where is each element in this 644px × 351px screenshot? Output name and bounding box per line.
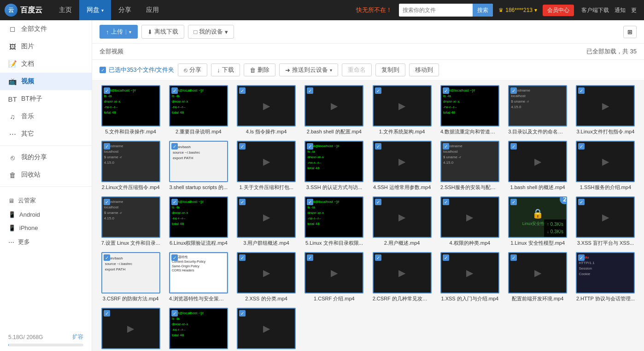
file-item[interactable]: ✓▶3.用户群组概述.mp4 [235, 196, 298, 247]
nav-apps[interactable]: 应用 [139, 0, 166, 20]
file-item[interactable]: ✓[root@localhost ~]#ls -ladrwxr-xr-x-rw-… [167, 85, 229, 135]
expand-storage-btn[interactable]: 扩容 [72, 333, 83, 341]
file-checkbox[interactable]: ✓ [375, 87, 381, 94]
file-item[interactable]: ✓▶2.CSRF 的几种常见攻击... [371, 252, 433, 302]
sidebar-item-docs[interactable]: 📝 文档 [0, 55, 92, 73]
file-item[interactable]: ✓[root@localhost ~]#ls -ladrwxr-xr-x-rw-… [167, 308, 229, 351]
file-checkbox[interactable]: ✓ [443, 87, 449, 94]
sidebar-item-bt[interactable]: BT BT种子 [0, 90, 92, 108]
file-item[interactable]: ✓$ hostnamelocalhost$ uname -r4.15.07.设置… [100, 196, 162, 247]
file-checkbox[interactable]: ✓ [443, 143, 449, 150]
file-item[interactable]: ✓#!/bin/bashsource ~/.bashrcexport PATH3… [100, 252, 162, 302]
file-item[interactable]: ✓▶视频3 [235, 308, 298, 351]
file-checkbox[interactable]: ✓ [104, 143, 110, 150]
file-checkbox[interactable]: ✓ [375, 254, 381, 261]
sidebar-item-trash[interactable]: 🗑 回收站 [0, 166, 92, 184]
nav-home[interactable]: 主页 [52, 0, 79, 20]
file-item[interactable]: ✓▶视频1 [100, 308, 162, 351]
download-action-btn[interactable]: ↓ 下载 [211, 63, 240, 76]
file-item[interactable]: ✓$ hostnamelocalhost$ uname -r4.15.02.SS… [439, 141, 501, 191]
nav-pan[interactable]: 网盘 ▾ [79, 0, 111, 20]
file-checkbox[interactable]: ✓ [443, 254, 449, 261]
move-action-btn[interactable]: 移动到 [409, 63, 439, 76]
file-checkbox[interactable]: ✓ [307, 199, 313, 205]
file-checkbox[interactable]: ✓ [104, 254, 110, 261]
file-item[interactable]: ✓▶3.XSS 盲打平台与 XSS... [574, 196, 637, 247]
file-item[interactable]: ✓[root@localhost ~]#ls -ladrwxr-xr-x-rw-… [303, 196, 365, 247]
logo[interactable]: 云 百度云 [5, 4, 42, 17]
rename-action-btn[interactable]: 重命名 [342, 63, 372, 76]
file-item[interactable]: ✓[root@localhost ~]#ls -ladrwxr-xr-x-rw-… [167, 196, 229, 247]
sidebar-item-all-files[interactable]: ◻ 全部文件 [0, 20, 92, 38]
file-checkbox[interactable]: ✓ [239, 199, 246, 205]
sidebar-item-videos[interactable]: 📺 视频 [0, 73, 92, 90]
vip-button[interactable]: 会员中心 [543, 5, 574, 16]
share-action-btn[interactable]: ⎋ 分享 [178, 63, 207, 76]
file-item[interactable]: ✓BaiduHTTP/1.1SessionCookie2.HTTP 协议与会话管… [574, 252, 637, 302]
file-item[interactable]: ✓▶1.XSS 的入门与介绍.mp4 [439, 252, 501, 302]
copy-action-btn[interactable]: 复制到 [375, 63, 405, 76]
file-item[interactable]: ✓🔒Linux安全性模型↑ 0.3K/s↓ 0.3K/s21.Linux 安全性… [507, 196, 569, 247]
file-checkbox[interactable]: ✓ [307, 254, 313, 261]
device-cloud-manager[interactable]: 🖥 云管家 [8, 193, 83, 208]
file-checkbox[interactable]: ✓ [171, 199, 178, 205]
file-item[interactable]: ✓▶2.bash shell 的配置.mp4 [303, 85, 365, 135]
device-more[interactable]: ⋯ 更多 [8, 235, 83, 249]
file-item[interactable]: ✓▶4.ls 指令操作.mp4 [235, 85, 298, 135]
file-item[interactable]: ✓▶4.SSH 运维常用参数.mp4 [371, 141, 433, 191]
sidebar-item-other[interactable]: ⋯ 其它 [0, 125, 92, 143]
file-item[interactable]: ✓[root@localhost ~]#ls -ladrwxr-xr-x-rw-… [439, 85, 501, 135]
file-item[interactable]: ✓▶1.文件系统架构.mp4 [371, 85, 433, 135]
select-all-checkbox[interactable]: ✓ 已选中353个文件/文件夹 [100, 66, 174, 74]
file-checkbox[interactable]: ✓ [578, 143, 585, 150]
file-checkbox[interactable]: ✓ [578, 254, 585, 261]
more-link[interactable]: 更 [631, 6, 637, 14]
file-checkbox[interactable]: ✓ [375, 143, 381, 150]
file-item[interactable]: ✓#!/bin/bashsource ~/.bashrcexport PATH3… [167, 141, 229, 191]
delete-action-btn[interactable]: 🗑 删除 [244, 63, 275, 76]
my-device-button[interactable]: □ 我的设备 ▾ [188, 25, 234, 39]
view-toggle-button[interactable]: ⊞ [623, 26, 637, 38]
file-checkbox[interactable]: ✓ [510, 87, 517, 94]
client-download-link[interactable]: 客户端下载 [581, 6, 609, 14]
search-button[interactable]: 搜索 [473, 4, 493, 17]
nav-share[interactable]: 分享 [111, 0, 139, 20]
file-item[interactable]: ✓$ hostnamelocalhost$ uname -r4.15.02.Li… [100, 141, 162, 191]
file-item[interactable]: ✓▶1.CSRF 介绍.mp4 [303, 252, 365, 302]
sidebar-item-images[interactable]: 🖼 图片 [0, 38, 92, 55]
file-item[interactable]: ✓▶配置前端开发环境.mp4 [507, 252, 569, 302]
upload-button[interactable]: ↑ 上传 ▾ [100, 25, 138, 39]
sidebar-item-my-share[interactable]: ⎋ 我的分享 [0, 149, 92, 166]
file-item[interactable]: ✓$ hostnamelocalhost$ uname -r4.15.03.目录… [507, 85, 569, 135]
notify-link[interactable]: 通知 [615, 6, 626, 14]
file-checkbox[interactable]: ✓ [104, 199, 110, 205]
file-item[interactable]: ✓▶2.XSS 的分类.mp4 [235, 252, 298, 302]
file-checkbox[interactable]: ✓ [104, 310, 110, 316]
file-checkbox[interactable]: ✓ [171, 310, 178, 316]
sidebar-item-music[interactable]: ♫ 音乐 [0, 108, 92, 125]
file-checkbox[interactable]: ✓ [510, 143, 517, 150]
file-checkbox[interactable]: ✓ [104, 87, 110, 94]
file-checkbox[interactable]: ✓ [239, 87, 246, 94]
file-item[interactable]: ✓▶1.SSH服务的介绍.mp4 [574, 141, 637, 191]
file-item[interactable]: ✓▶1.bash shell 的概述.mp4 [507, 141, 569, 191]
nav-user[interactable]: ♛ 186****213 ▾ [498, 7, 537, 13]
file-checkbox[interactable]: ✓ [510, 199, 517, 205]
offline-download-button[interactable]: ⬇ 离线下载 [141, 25, 184, 39]
file-checkbox[interactable]: ✓ [307, 143, 313, 150]
file-item[interactable]: ✓[root@localhost ~]#ls -ladrwxr-xr-x-rw-… [303, 141, 365, 191]
file-item[interactable]: ✓[root@localhost ~]#ls -ladrwxr-xr-x-rw-… [100, 85, 162, 135]
device-android[interactable]: 📱 Android [8, 208, 83, 221]
file-checkbox[interactable]: ✓ [510, 254, 517, 261]
search-input[interactable] [399, 4, 473, 17]
file-checkbox[interactable]: ✓ [239, 143, 246, 150]
file-checkbox[interactable]: ✓ [171, 254, 178, 261]
file-checkbox[interactable]: ✓ [239, 254, 246, 261]
file-checkbox[interactable]: ✓ [375, 199, 381, 205]
file-checkbox[interactable]: ✓ [171, 87, 178, 94]
file-checkbox[interactable]: ✓ [239, 310, 246, 316]
device-iphone[interactable]: 📱 iPhone [8, 221, 83, 235]
file-item[interactable]: ✓▶2.用户概述.mp4 [371, 196, 433, 247]
file-checkbox[interactable]: ✓ [171, 143, 178, 150]
file-item[interactable]: ✓▶1.关于文件压缩和打包... [235, 141, 298, 191]
